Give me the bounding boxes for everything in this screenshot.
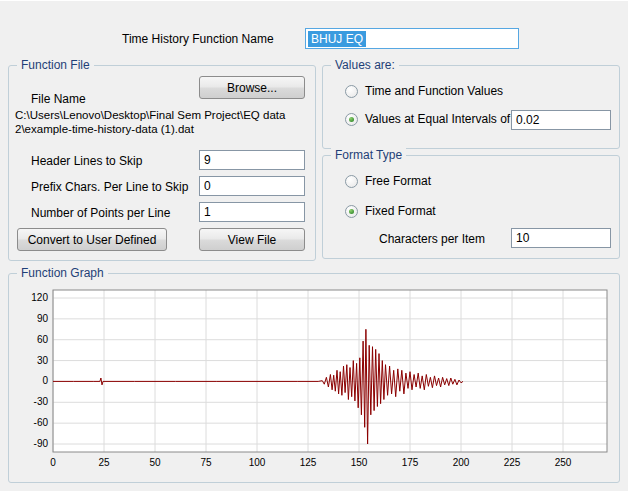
radio-values-equal-intervals[interactable]: Values at Equal Intervals of <box>345 112 510 126</box>
svg-text:120: 120 <box>31 292 48 303</box>
svg-text:150: 150 <box>351 457 368 468</box>
function-graph-group-title: Function Graph <box>17 266 108 280</box>
file-name-label: File Name <box>31 92 86 106</box>
radio-time-function-values-label: Time and Function Values <box>365 84 503 98</box>
values-are-group: Values are: Time and Function Values Val… <box>322 65 620 149</box>
format-type-group: Format Type Free Format Fixed Format Cha… <box>322 155 620 259</box>
values-are-group-title: Values are: <box>331 58 399 72</box>
function-graph-group: Function Graph 0255075100125150175200225… <box>8 273 620 483</box>
svg-text:100: 100 <box>249 457 266 468</box>
interval-input[interactable] <box>511 110 611 130</box>
radio-free-format-label: Free Format <box>365 174 431 188</box>
svg-text:75: 75 <box>200 457 212 468</box>
svg-text:225: 225 <box>504 457 521 468</box>
function-name-label: Time History Function Name <box>122 32 274 46</box>
chars-per-item-input[interactable] <box>511 228 611 248</box>
svg-text:200: 200 <box>453 457 470 468</box>
svg-text:50: 50 <box>149 457 161 468</box>
radio-checked-icon <box>345 205 358 218</box>
svg-text:125: 125 <box>300 457 317 468</box>
radio-time-function-values[interactable]: Time and Function Values <box>345 84 503 98</box>
svg-text:-90: -90 <box>34 438 49 449</box>
file-path-line1: C:\Users\Lenovo\Desktop\Final Sem Projec… <box>15 108 285 122</box>
svg-text:-60: -60 <box>34 417 49 428</box>
view-file-button[interactable]: View File <box>199 228 305 251</box>
prefix-chars-label: Prefix Chars. Per Line to Skip <box>31 180 188 194</box>
svg-text:175: 175 <box>402 457 419 468</box>
svg-text:250: 250 <box>555 457 572 468</box>
file-path-line2: 2\example-time-history-data (1).dat <box>15 122 194 136</box>
svg-text:-30: -30 <box>34 396 49 407</box>
function-name-selection: BHUJ EQ <box>308 31 366 47</box>
function-graph-svg: 02550751001251501752002252501209060300-3… <box>17 286 611 474</box>
time-history-function-dialog: Time History Function Name BHUJ EQ Funct… <box>0 0 628 491</box>
svg-text:60: 60 <box>37 334 49 345</box>
points-per-line-label: Number of Points per Line <box>31 206 170 220</box>
convert-user-defined-button[interactable]: Convert to User Defined <box>17 228 167 251</box>
prefix-chars-input[interactable] <box>199 176 305 196</box>
radio-fixed-format[interactable]: Fixed Format <box>345 204 436 218</box>
header-lines-label: Header Lines to Skip <box>31 154 142 168</box>
chars-per-item-label: Characters per Item <box>379 232 485 246</box>
header-lines-input[interactable] <box>199 150 305 170</box>
radio-fixed-format-label: Fixed Format <box>365 204 436 218</box>
function-file-group-title: Function File <box>17 58 94 72</box>
svg-text:90: 90 <box>37 313 49 324</box>
radio-free-format[interactable]: Free Format <box>345 174 431 188</box>
radio-values-equal-intervals-label: Values at Equal Intervals of <box>365 112 510 126</box>
svg-text:0: 0 <box>50 457 56 468</box>
svg-text:0: 0 <box>42 375 48 386</box>
function-graph-chart: 02550751001251501752002252501209060300-3… <box>17 286 611 474</box>
svg-text:25: 25 <box>98 457 110 468</box>
radio-unchecked-icon <box>345 175 358 188</box>
radio-unchecked-icon <box>345 85 358 98</box>
svg-text:30: 30 <box>37 355 49 366</box>
format-type-group-title: Format Type <box>331 148 406 162</box>
points-per-line-input[interactable] <box>199 202 305 222</box>
function-file-group: Function File Browse... File Name C:\Use… <box>8 65 316 261</box>
radio-checked-icon <box>345 113 358 126</box>
function-name-input[interactable]: BHUJ EQ <box>305 28 519 49</box>
browse-button[interactable]: Browse... <box>199 76 305 99</box>
